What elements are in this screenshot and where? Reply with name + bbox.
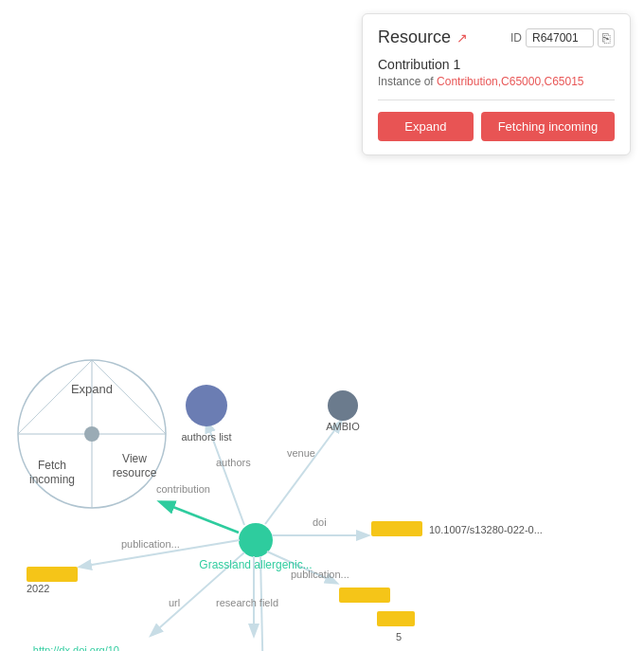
svg-point-21 — [186, 385, 227, 426]
resource-card: Resource ↗ ID ⎘ Contribution 1 Instance … — [362, 13, 631, 155]
svg-point-23 — [328, 390, 358, 421]
svg-text:authors: authors — [216, 457, 251, 468]
svg-text:venue: venue — [287, 447, 315, 459]
card-title: Resource — [378, 27, 451, 47]
svg-text:doi: doi — [313, 516, 327, 528]
svg-text:url: url — [169, 597, 180, 608]
instance-link[interactable]: Contribution,C65000,C65015 — [437, 75, 583, 88]
svg-rect-29 — [377, 611, 415, 626]
svg-text:research field: research field — [216, 597, 278, 608]
svg-text:publication...: publication... — [121, 538, 180, 550]
svg-text:incoming: incoming — [29, 473, 75, 486]
svg-rect-25 — [371, 521, 422, 536]
svg-text:2022: 2022 — [27, 583, 49, 594]
card-divider — [378, 99, 615, 100]
svg-line-13 — [265, 422, 341, 524]
svg-text:authors list: authors list — [181, 431, 231, 443]
external-link-icon[interactable]: ↗ — [456, 30, 468, 45]
instance-label: Instance of — [378, 75, 434, 88]
svg-point-10 — [84, 426, 99, 442]
svg-rect-27 — [27, 567, 78, 582]
id-input[interactable] — [526, 28, 594, 47]
instance-of: Instance of Contribution,C65000,C65015 — [378, 75, 615, 88]
graph-svg: Expand Fetch incoming View resource auth… — [0, 171, 644, 651]
svg-text:Expand: Expand — [71, 382, 113, 396]
svg-text:5: 5 — [396, 631, 402, 642]
svg-line-20 — [161, 502, 239, 533]
svg-text:Grassland allergenic...: Grassland allergenic... — [199, 558, 312, 571]
svg-text:resource: resource — [113, 466, 157, 479]
svg-text:http://dx.doi.org/10...: http://dx.doi.org/10... — [33, 644, 128, 651]
svg-text:AMBIO: AMBIO — [326, 421, 360, 432]
svg-rect-34 — [339, 588, 390, 603]
expand-button[interactable]: Expand — [378, 112, 474, 141]
svg-text:contribution: contribution — [156, 483, 210, 495]
id-label: ID — [510, 31, 522, 45]
copy-icon[interactable]: ⎘ — [598, 28, 615, 47]
contribution-name: Contribution 1 — [378, 57, 615, 72]
svg-text:10.1007/s13280-022-0...: 10.1007/s13280-022-0... — [429, 524, 543, 535]
fetch-incoming-button[interactable]: Fetching incoming — [481, 112, 615, 141]
svg-text:Fetch: Fetch — [38, 459, 66, 472]
svg-text:View: View — [122, 452, 147, 465]
